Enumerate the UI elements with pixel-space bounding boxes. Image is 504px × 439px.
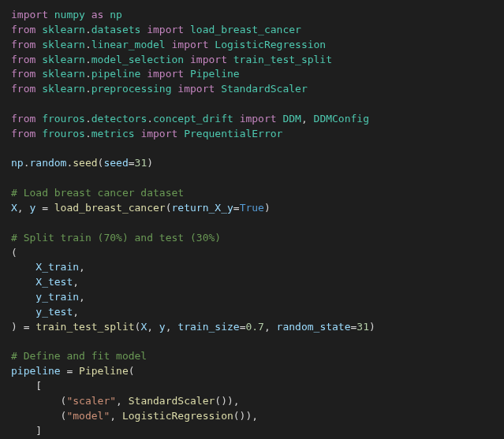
- code-token: ): [11, 321, 24, 333]
- code-token: =: [233, 202, 240, 214]
- code-token: y_train: [11, 291, 79, 303]
- code-token: concept_drift: [153, 113, 240, 125]
- code-token: "model": [66, 410, 110, 422]
- code-token: ,: [166, 321, 178, 333]
- code-token: sklearn: [42, 68, 85, 80]
- code-token: .: [85, 83, 91, 95]
- code-token: (: [11, 395, 66, 407]
- code-token: ,: [110, 410, 122, 422]
- code-token: load_breast_cancer: [54, 202, 166, 214]
- code-token: import: [172, 39, 215, 50]
- code-token: X: [11, 202, 17, 214]
- code-token: X_test: [11, 276, 73, 288]
- code-token: preprocessing: [91, 83, 178, 95]
- code-token: import: [11, 9, 54, 20]
- code-content: import numpy as np from sklearn.datasets…: [11, 9, 375, 439]
- code-token: import: [177, 83, 221, 95]
- code-token: from: [11, 113, 42, 125]
- code-token: from: [11, 68, 42, 80]
- code-token: ): [369, 321, 375, 333]
- code-token: ,: [17, 202, 30, 214]
- code-token: pipeline: [91, 68, 147, 80]
- code-token: load_breast_cancer: [190, 24, 301, 35]
- code-token: DDMConfig: [314, 113, 369, 125]
- code-token: ,: [79, 261, 85, 273]
- code-token: # Define and fit model: [11, 350, 147, 362]
- code-token: 31: [135, 157, 147, 169]
- code-token: train_test_split: [233, 54, 332, 65]
- code-token: import: [147, 24, 190, 35]
- code-token: Pipeline: [79, 365, 129, 377]
- code-token: ,: [73, 306, 79, 318]
- code-block: import numpy as np from sklearn.datasets…: [0, 0, 504, 439]
- code-token: ): [264, 202, 271, 214]
- code-token: import: [147, 68, 190, 80]
- code-token: .: [85, 39, 91, 50]
- code-token: (: [166, 202, 172, 214]
- code-token: =: [24, 321, 36, 333]
- code-token: =: [66, 365, 79, 377]
- code-token: ]: [11, 425, 42, 437]
- code-token: datasets: [91, 24, 147, 35]
- code-token: =: [42, 202, 54, 214]
- code-token: ): [147, 157, 153, 169]
- code-token: # Load breast cancer dataset: [11, 187, 184, 199]
- code-token: frouros: [42, 128, 85, 140]
- code-token: .: [85, 113, 91, 125]
- code-token: LogisticRegression: [215, 39, 326, 50]
- code-token: StandardScaler: [221, 83, 308, 95]
- code-token: 31: [357, 321, 369, 333]
- code-token: y_test: [11, 306, 73, 318]
- code-token: return_X_y: [172, 202, 233, 214]
- code-token: sklearn: [42, 24, 85, 35]
- code-token: random: [29, 157, 66, 169]
- code-token: sklearn: [42, 54, 85, 65]
- code-token: random_state: [277, 321, 351, 333]
- code-token: ,: [264, 321, 277, 333]
- code-token: as: [91, 9, 110, 20]
- code-token: X_train: [11, 261, 79, 273]
- code-token: .: [85, 54, 91, 65]
- code-token: ,: [79, 291, 85, 303]
- code-token: numpy: [54, 9, 91, 20]
- code-token: detectors: [91, 113, 147, 125]
- code-token: .: [85, 68, 91, 80]
- code-token: train_test_split: [35, 321, 134, 333]
- code-token: frouros: [42, 113, 85, 125]
- code-token: # Split train (70%) and test (30%): [11, 232, 221, 244]
- code-token: LogisticRegression: [122, 410, 233, 422]
- code-token: .: [85, 24, 91, 35]
- code-token: import: [190, 54, 233, 65]
- code-token: ()),: [233, 410, 258, 422]
- code-token: y: [29, 202, 42, 214]
- code-token: [: [11, 380, 42, 392]
- code-token: ,: [116, 395, 129, 407]
- code-token: PrequentialError: [184, 128, 282, 140]
- code-token: 0.7: [245, 321, 263, 333]
- code-token: from: [11, 54, 42, 65]
- code-token: from: [11, 128, 42, 140]
- code-token: train_size: [177, 321, 239, 333]
- code-token: sklearn: [42, 83, 85, 95]
- code-token: import: [140, 128, 184, 140]
- code-token: pipeline: [11, 365, 66, 377]
- code-token: linear_model: [91, 39, 172, 50]
- code-token: ,: [73, 276, 79, 288]
- code-token: seed: [73, 157, 97, 169]
- code-token: model_selection: [91, 54, 190, 65]
- code-token: seed: [103, 157, 128, 169]
- code-token: np: [11, 157, 24, 169]
- code-token: =: [129, 157, 135, 169]
- code-token: True: [240, 202, 264, 214]
- code-token: ()),: [215, 395, 239, 407]
- code-token: (: [129, 365, 135, 377]
- code-token: StandardScaler: [129, 395, 215, 407]
- code-token: metrics: [91, 128, 141, 140]
- code-token: np: [110, 9, 122, 20]
- code-token: ,: [301, 113, 314, 125]
- code-token: from: [11, 39, 42, 50]
- code-token: Pipeline: [190, 68, 240, 80]
- code-token: (: [11, 247, 17, 259]
- code-token: DDM: [282, 113, 301, 125]
- code-token: "scaler": [66, 395, 116, 407]
